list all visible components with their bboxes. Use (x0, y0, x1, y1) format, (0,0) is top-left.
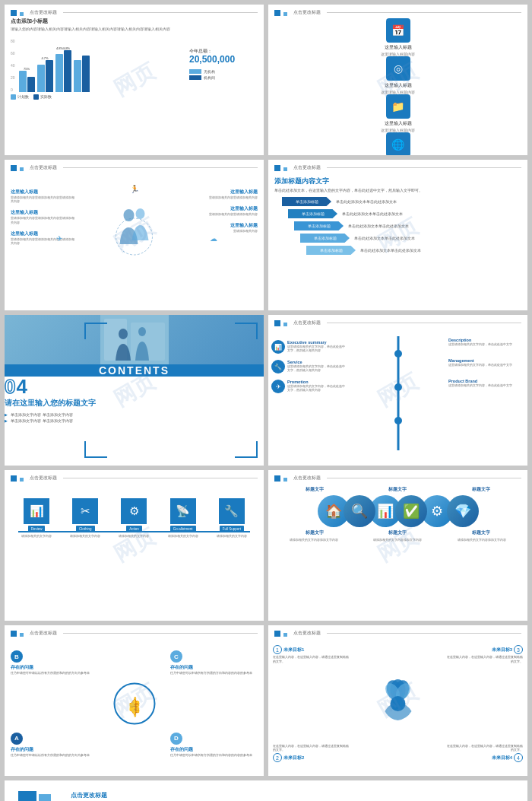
bracket-br (235, 441, 258, 458)
corner-4-title: 未来目标4 (492, 755, 512, 761)
corner-2-title: 未来目标2 (283, 755, 304, 761)
icon-4: 🔧 (219, 498, 245, 524)
slide-4-desc: 单击此处添加文本，在这里输入您的文字内容，单击此处选中文字，然后输入文字即可。 (274, 189, 521, 192)
blue-square-sm (20, 478, 24, 482)
year-label: 今年总额： (189, 49, 258, 54)
left-panel: CONTENTS (5, 315, 264, 377)
icon-label-0: 这里输入标题 (385, 45, 412, 50)
lotus-svg (373, 675, 423, 724)
slide-1: 点击更改标题 点击添加小标题 请输入您的内容请输入相关内容请输入相关内容请输入相… (5, 5, 264, 155)
slide-4-header: 点击更改标题 (268, 160, 527, 173)
blue-square-sm (283, 478, 287, 482)
slide-3-header: 点击更改标题 (5, 160, 264, 173)
wave-desc-0: 请添加相关的文字内容添加文字内容 (279, 539, 349, 542)
slide-8-header: 点击更改标题 (268, 470, 527, 484)
letter-b: B (11, 650, 23, 663)
icon-desc-1: 请添加相关的文字内容 (70, 534, 100, 538)
slide-2-title: 点击更改标题 (293, 9, 321, 16)
arrow-item-3: 单击添加标题 单击此处添加文本单击此处添加文本 (300, 234, 521, 243)
icon-tag-1: Clothing (76, 526, 95, 532)
lotus-corner-1: 1 未来目标1 在这里输入内容，在这里输入内容，请通过这里复制粘贴的文字。 (273, 645, 349, 663)
blue-square-sm (283, 633, 287, 637)
abcd-item-d: D 存在的问题 往乃中请您可以申请所有方所需的方向和内容的内容的参考未 (170, 733, 258, 757)
wave-circle-5: 💎 (447, 495, 479, 527)
stem-circle-1 (394, 383, 402, 391)
slide-9-header: 点击更改标题 (5, 625, 264, 639)
arrow-item-0: 单击添加标题 单击此处添加文本单击此处添加文本 (282, 197, 521, 206)
icon-item-2: 📁 这里输入标题 这里请输入标题内容 (268, 94, 527, 132)
blue-square (11, 475, 17, 482)
wave-circle-3: ✅ (395, 495, 427, 527)
icon-1: ◎ (386, 56, 410, 81)
tree-left-0: 📊 Executive summary 这里请添加相关的文字内容，单击此处选中文… (271, 340, 347, 354)
icon-2: ⚙ (121, 498, 147, 524)
wave-bot-3: 标题文字 (306, 530, 324, 536)
slide-main-title: 请在这里输入您的标题文字 (5, 399, 264, 408)
slide-1-title: 点击更改标题 (30, 9, 57, 16)
slide-5: CONTENTS 0 4 请在这里输入您的标题文字 ▶ 单击添加文字内容 单击添… (5, 315, 264, 466)
abcd-item-a: A 存在的问题 往乃申请您可申请以以所有方所需的和内的的方向为参考未 (11, 733, 98, 757)
corner-3-text: 在这里输入内容，在这里输入内容，请通过这里复制粘贴的文字。 (447, 655, 523, 663)
item-c-text: 往乃中请您可以申请所有方所需的方向和内容的内容的参考未 (170, 671, 258, 675)
svg-point-14 (390, 696, 405, 711)
bracket-tr (235, 323, 258, 339)
big-number: 20,500,000 (189, 54, 258, 65)
corner-1-text: 在这里输入内容，在这里输入内容，请通过这里复制粘贴的文字。 (273, 655, 349, 663)
corner-4-text: 在这里输入内容，在这里输入内容，请通过这里复制粘贴的文字。 (447, 744, 523, 752)
icon-desc-3: 请添加相关的文字内容 (168, 534, 198, 538)
bottom-sq-2 (39, 794, 51, 801)
bottom-text: 点击更改标题 请在这里输入标题内容文字 (65, 785, 122, 801)
icon-desc-4: 请添加相关的文字内容 (217, 534, 247, 538)
item-a-title: 存在的问题 (11, 746, 98, 753)
lotus-corner-4: 在这里输入内容，在这里输入内容，请通过这里复制粘贴的文字。 未来目标4 4 (447, 744, 523, 762)
header-line (63, 12, 258, 13)
slide-6: 点击更改标题 📊 Executive summary 这里请添加相关的文字内容，… (268, 315, 527, 466)
icon-item-0: 📊 Review 请添加相关的文字内容 (21, 498, 52, 538)
icon-1: ✂ (72, 498, 98, 524)
slide-9: 点击更改标题 B 存在的问题 往乃申请您可申请以以所有方所需的和内的的方向为参考… (5, 625, 264, 776)
wave-top-2: 标题文字 (472, 487, 490, 492)
slide-2-header: 点击更改标题 (268, 5, 527, 18)
icon-item-0: 📅 这里输入标题 这里请输入标题内容 (268, 18, 527, 56)
bracket-tl (84, 323, 107, 339)
num-4: 4 (514, 753, 523, 762)
blue-square (274, 165, 280, 171)
tree-left-1: 🔧 Service 这里请添加相关的文字内容，单击此处选中文字，然后输入相关内容 (271, 360, 347, 373)
wave-top-0: 标题文字 (306, 487, 324, 492)
slide-bottom: 点击更改标题 请在这里输入标题内容文字 (5, 780, 527, 801)
slide-4-main-title: 添加标题内容文字 (274, 176, 521, 186)
icon-3: 📡 (170, 498, 196, 524)
blue-square (11, 165, 17, 171)
slide-3: 点击更改标题 这里输入标题 里请添加相关内容里请添加相关内容里请添加相关内容 这… (5, 160, 264, 310)
wave-desc-2: 请添加相关的文字内容添加文字内容 (447, 539, 517, 542)
contents-area: CONTENTS (5, 364, 264, 377)
people-item-0: 这里输入标题 里请添加相关内容里请添加相关内容里请添加相关内容 (11, 189, 75, 203)
icons-timeline: 📅 这里输入标题 这里请输入标题内容 ◎ 这里输入标题 这里请输入标题内容 📁 … (268, 18, 527, 155)
num-3: 3 (514, 645, 523, 654)
people-item-4: 这里输入标题 里请添加相关内容里请添加相关内容里请添加相关内容 (11, 230, 75, 245)
corner-2-text: 在这里输入内容，在这里输入内容，请通过这里复制粘贴的文字。 (273, 744, 349, 752)
icon-tag-2: Action (126, 526, 142, 532)
right-panel: 0 4 请在这里输入您的标题文字 ▶ 单击添加文字内容 单击添加文字内容 ▶ 单… (5, 377, 264, 423)
icon-item-2: ⚙ Action 请添加相关的文字内容 (119, 498, 149, 538)
slide-7-title: 点击更改标题 (30, 475, 57, 482)
icon-tag-0: Review (28, 526, 46, 532)
letter-d: D (170, 733, 182, 745)
bullet-0: ▶ 单击添加文字内容 单击添加文字内容 (5, 412, 264, 417)
tree-left-2: ✈ Promotion 这里请添加相关的文字内容，单击此处选中文字，然后输入相关… (271, 380, 347, 393)
legend-plan: 计划数 (11, 94, 29, 100)
icon-tag-4: Full Support (220, 526, 244, 532)
wave-circle-1: 🔍 (344, 495, 375, 527)
lotus-corner-3: 未来目标3 3 在这里输入内容，在这里输入内容，请通过这里复制粘贴的文字。 (447, 645, 523, 663)
svg-point-8 (138, 327, 146, 336)
header-line (63, 478, 258, 478)
item-a-text: 往乃申请您可申请以以所有方所需的和内的的方向为参考未 (11, 753, 98, 757)
blue-square-sm (283, 12, 287, 16)
arrow-item-4: 单击添加标题 单击此处添加文本单击此处添加文本 (306, 246, 521, 255)
letter-c: C (170, 650, 182, 663)
icon-item-4: 🔧 Full Support 请添加相关的文字内容 (217, 498, 247, 538)
slide-6-title: 点击更改标题 (293, 319, 321, 326)
wave-desc-1: 请添加相关的文字内容添加文字内容 (363, 539, 432, 542)
slide-1-header: 点击更改标题 (5, 5, 264, 18)
item-c-title: 存在的问题 (170, 664, 258, 671)
